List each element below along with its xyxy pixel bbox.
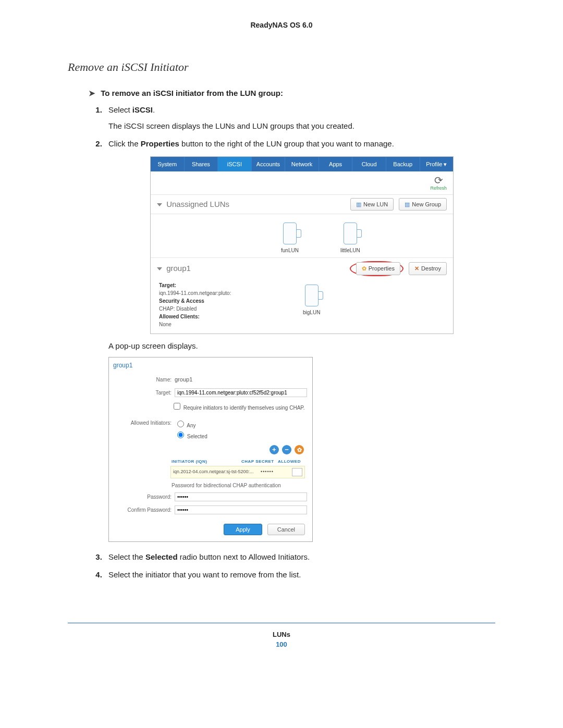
radio-selected-text: Selected bbox=[187, 434, 207, 439]
initiator-secret: •••••• bbox=[261, 468, 292, 476]
name-value: group1 bbox=[175, 375, 307, 384]
initiator-iqn: iqn.2012-04.com.netgear:sj-tst-5200:... bbox=[173, 468, 261, 476]
refresh-button[interactable]: ⟳ Refresh bbox=[430, 176, 447, 192]
lun-icon bbox=[283, 223, 297, 244]
confirm-password-input[interactable] bbox=[175, 505, 307, 514]
apply-button[interactable]: Apply bbox=[224, 524, 262, 535]
group1-title: group1 bbox=[166, 264, 191, 273]
properties-button[interactable]: ✿ Properties bbox=[356, 262, 400, 275]
target-value: iqn.1994-11.com.netgear:pluto: bbox=[159, 290, 231, 296]
properties-label: Properties bbox=[369, 264, 395, 273]
lun-icon: ▥ bbox=[356, 200, 361, 209]
page-number: 100 bbox=[68, 640, 495, 648]
step-2-bold: Properties bbox=[141, 139, 179, 148]
tab-shares[interactable]: Shares bbox=[185, 157, 218, 172]
target-label: Target: bbox=[114, 389, 175, 397]
step-3: Select the Selected radio button next to… bbox=[104, 551, 495, 563]
refresh-label: Refresh bbox=[430, 185, 447, 192]
allowed-label: Allowed Clients: bbox=[159, 314, 200, 319]
lun-label: bigLUN bbox=[303, 310, 320, 315]
footer-title: LUNs bbox=[68, 631, 495, 638]
lead-arrow-icon: ➤ bbox=[89, 89, 95, 97]
group-icon: ▥ bbox=[405, 200, 410, 209]
allowed-value: None bbox=[159, 322, 172, 327]
lead-line: ➤ To remove an iSCSI initiator from the … bbox=[89, 89, 495, 98]
remove-initiator-icon[interactable]: − bbox=[282, 445, 291, 454]
step-4-text: Select the initiator that you want to re… bbox=[108, 570, 301, 579]
initiator-row[interactable]: iqn.2012-04.com.netgear:sj-tst-5200:... … bbox=[170, 466, 305, 478]
target-input[interactable] bbox=[175, 388, 307, 397]
tab-cloud[interactable]: Cloud bbox=[352, 157, 386, 172]
new-group-label: New Group bbox=[412, 200, 441, 209]
lun-funlun[interactable]: funLUN bbox=[281, 223, 299, 254]
gear-icon: ✿ bbox=[362, 264, 366, 273]
popup-title: group1 bbox=[109, 357, 312, 373]
tab-profile[interactable]: Profile ▾ bbox=[420, 157, 454, 172]
refresh-icon: ⟳ bbox=[430, 176, 447, 185]
bidir-chap-label: Password for bidirectional CHAP authenti… bbox=[109, 478, 312, 490]
step-2-suffix: button to the right of the LUN group tha… bbox=[179, 139, 394, 148]
radio-any-text: Any bbox=[187, 423, 195, 428]
add-initiator-icon[interactable]: + bbox=[270, 445, 279, 454]
chevron-down-icon[interactable] bbox=[157, 267, 162, 270]
page-footer: LUNs 100 bbox=[68, 623, 495, 648]
step-2-sub: A pop-up screen displays. bbox=[108, 340, 495, 352]
radio-any-label[interactable]: Any bbox=[175, 423, 195, 428]
lun-icon bbox=[344, 223, 357, 244]
lun-label: littleLUN bbox=[340, 248, 360, 253]
sec-label: Security & Access bbox=[159, 298, 204, 304]
tab-accounts[interactable]: Accounts bbox=[252, 157, 286, 172]
step-2-prefix: Click the bbox=[108, 139, 141, 148]
step-3-bold: Selected bbox=[145, 552, 178, 561]
unassigned-title: Unassigned LUNs bbox=[166, 200, 229, 208]
radio-selected-label[interactable]: Selected bbox=[175, 434, 207, 439]
destroy-icon: ✕ bbox=[414, 264, 419, 273]
th-allowed: ALLOWED bbox=[278, 459, 304, 465]
iscsi-screenshot: System Shares iSCSI Accounts Network App… bbox=[150, 156, 454, 334]
new-lun-button[interactable]: ▥ New LUN bbox=[350, 198, 394, 211]
step-4: Select the initiator that you want to re… bbox=[104, 569, 495, 581]
name-label: Name: bbox=[114, 376, 175, 384]
password-input[interactable] bbox=[175, 492, 307, 501]
chap-checkbox-label: Require initiators to identify themselve… bbox=[183, 405, 305, 411]
initiator-table-header: INITIATOR (IQN) CHAP SECRET ALLOWED bbox=[109, 456, 312, 466]
lun-biglun[interactable]: bigLUN bbox=[303, 279, 320, 334]
tab-network[interactable]: Network bbox=[285, 157, 319, 172]
tabbar: System Shares iSCSI Accounts Network App… bbox=[151, 157, 453, 172]
chevron-down-icon[interactable] bbox=[157, 203, 162, 206]
destroy-button[interactable]: ✕ Destroy bbox=[409, 262, 447, 275]
step-1-suffix: . bbox=[153, 105, 155, 114]
chap-checkbox[interactable] bbox=[174, 403, 180, 410]
radio-selected[interactable] bbox=[177, 431, 184, 438]
group1-details: Target: iqn.1994-11.com.netgear:pluto: S… bbox=[151, 279, 282, 334]
step-1-bold: iSCSI bbox=[132, 105, 153, 114]
unassigned-luns-list: funLUN littleLUN bbox=[151, 214, 453, 257]
cancel-button[interactable]: Cancel bbox=[267, 524, 305, 535]
tab-backup[interactable]: Backup bbox=[386, 157, 420, 172]
tab-system[interactable]: System bbox=[151, 157, 185, 172]
step-3-suffix: radio button next to Allowed Initiators. bbox=[178, 552, 310, 561]
th-iqn: INITIATOR (IQN) bbox=[172, 459, 241, 465]
properties-highlight: ✿ Properties bbox=[350, 261, 403, 276]
section-title: Remove an iSCSI Initiator bbox=[68, 60, 495, 74]
unassigned-luns-header: Unassigned LUNs ▥ New LUN ▥ New Group bbox=[151, 194, 453, 214]
step-1-prefix: Select bbox=[108, 105, 132, 114]
radio-any[interactable] bbox=[177, 421, 184, 427]
lead-text: To remove an iSCSI initiator from the LU… bbox=[101, 89, 283, 97]
initiator-allowed-checkbox[interactable] bbox=[292, 468, 302, 476]
group1-header: group1 ✿ Properties ✕ Destroy bbox=[151, 257, 453, 279]
tab-iscsi[interactable]: iSCSI bbox=[218, 157, 252, 172]
settings-initiator-icon[interactable]: ✿ bbox=[295, 445, 304, 454]
allowed-init-label: Allowed Initiators: bbox=[114, 418, 175, 427]
th-secret: CHAP SECRET bbox=[241, 459, 278, 465]
doc-header: ReadyNAS OS 6.0 bbox=[68, 21, 495, 29]
target-label: Target: bbox=[159, 282, 176, 288]
new-group-button[interactable]: ▥ New Group bbox=[399, 198, 447, 211]
step-2: Click the Properties button to the right… bbox=[104, 138, 495, 542]
lun-littlelun[interactable]: littleLUN bbox=[340, 223, 360, 254]
step-1-sub: The iSCSI screen displays the LUNs and L… bbox=[108, 120, 495, 132]
new-lun-label: New LUN bbox=[363, 200, 388, 209]
lun-icon bbox=[305, 285, 319, 306]
pw-label: Password: bbox=[114, 493, 175, 501]
tab-apps[interactable]: Apps bbox=[319, 157, 353, 172]
